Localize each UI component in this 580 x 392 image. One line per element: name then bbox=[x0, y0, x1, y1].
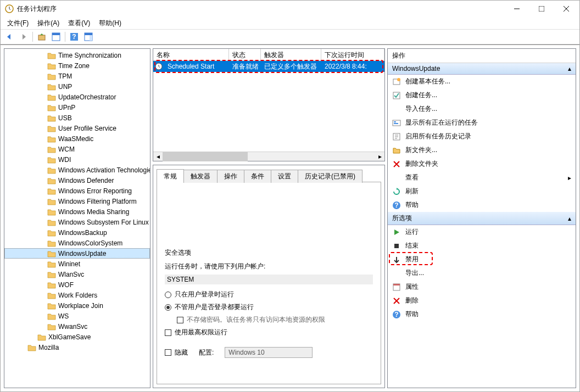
tree-item[interactable]: WCM bbox=[4, 144, 150, 154]
action-new-folder[interactable]: 新文件夹... bbox=[388, 143, 576, 157]
tree-item[interactable]: WwanSvc bbox=[4, 321, 150, 332]
tab-actions[interactable]: 操作 bbox=[217, 170, 244, 183]
action-help[interactable]: ?帮助 bbox=[388, 198, 576, 212]
account-value: SYSTEM bbox=[165, 275, 373, 284]
svg-rect-15 bbox=[394, 121, 396, 122]
action-delete[interactable]: 删除 bbox=[388, 294, 576, 307]
tree-item[interactable]: Windows Media Sharing bbox=[4, 206, 150, 217]
tree-item[interactable]: WindowsBackup bbox=[4, 227, 150, 238]
panel-button-2[interactable] bbox=[82, 31, 95, 43]
action-create-basic[interactable]: 创建基本任务... bbox=[388, 75, 576, 88]
radio-anylogin[interactable] bbox=[165, 304, 171, 311]
panel-button-1[interactable] bbox=[49, 31, 63, 43]
action-properties[interactable]: 属性 bbox=[388, 280, 576, 294]
chk-hidden[interactable] bbox=[165, 349, 171, 356]
minimize-button[interactable] bbox=[504, 1, 529, 17]
svg-text:?: ? bbox=[72, 33, 76, 41]
svg-rect-16 bbox=[394, 123, 398, 124]
config-combo[interactable]: Windows 10 bbox=[225, 347, 313, 358]
action-end[interactable]: 结束 bbox=[388, 239, 576, 253]
tree-item[interactable]: Windows Error Reporting bbox=[4, 186, 150, 196]
action-disable[interactable]: 禁用 bbox=[388, 253, 576, 266]
action-create-task[interactable]: 创建任务... bbox=[388, 88, 576, 102]
tab-triggers[interactable]: 触发器 bbox=[183, 170, 217, 183]
tree-item[interactable]: TPM bbox=[4, 71, 150, 81]
tree-item[interactable]: WOF bbox=[4, 279, 150, 290]
menu-help[interactable]: 帮助(H) bbox=[94, 18, 126, 29]
tree-item[interactable]: Windows Subsystem For Linux bbox=[4, 217, 150, 227]
help-button[interactable]: ? bbox=[68, 31, 81, 43]
action-help2[interactable]: ?帮助 bbox=[388, 307, 576, 321]
tree-item[interactable]: Windows Filtering Platform bbox=[4, 196, 150, 206]
action-section-folder[interactable]: WindowsUpdate ▴ bbox=[388, 63, 576, 75]
tab-general[interactable]: 常规 bbox=[157, 169, 184, 182]
menu-file[interactable]: 文件(F) bbox=[3, 18, 33, 29]
tab-body[interactable]: 安全选项 运行任务时，请使用下列用户帐户: SYSTEM 只在用户登录时运行 不… bbox=[157, 182, 381, 384]
task-row[interactable]: Scheduled Start 准备就绪 已定义多个触发器 2022/3/8 8… bbox=[153, 61, 384, 72]
tree-item[interactable]: UPnP bbox=[4, 102, 150, 113]
tree-item[interactable]: Work Folders bbox=[4, 290, 150, 300]
close-button[interactable] bbox=[554, 1, 578, 17]
tree-item-label: WindowsBackup bbox=[58, 229, 107, 237]
tree-item[interactable]: Workplace Join bbox=[4, 300, 150, 311]
tree-pane[interactable]: Time SynchronizationTime ZoneTPMUNPUpdat… bbox=[4, 48, 150, 388]
action-import[interactable]: 导入任务... bbox=[388, 102, 576, 116]
tab-history[interactable]: 历史记录(已禁用) bbox=[298, 170, 362, 183]
tree-item[interactable]: User Profile Service bbox=[4, 123, 150, 133]
tree-item[interactable]: WindowsUpdate bbox=[4, 248, 150, 259]
chk-nostore[interactable] bbox=[177, 317, 183, 323]
tree-item[interactable]: WDI bbox=[4, 154, 150, 165]
tree-item[interactable]: Windows Defender bbox=[4, 175, 150, 186]
scroll-right-icon[interactable]: ▸ bbox=[375, 152, 384, 161]
folder-icon bbox=[47, 135, 56, 143]
run-as-label: 运行任务时，请使用下列用户帐户: bbox=[165, 262, 373, 271]
tree-item[interactable]: Time Zone bbox=[4, 60, 150, 71]
menu-action[interactable]: 操作(A) bbox=[33, 18, 64, 29]
tree-item-label: USB bbox=[58, 114, 72, 122]
folder-icon bbox=[47, 323, 56, 331]
tree-item[interactable]: Time Synchronization bbox=[4, 50, 150, 60]
action-delete-folder[interactable]: 删除文件夹 bbox=[388, 157, 576, 171]
col-name[interactable]: 名称 bbox=[153, 49, 229, 60]
tree-item[interactable]: UpdateOrchestrator bbox=[4, 92, 150, 102]
tab-conditions[interactable]: 条件 bbox=[244, 170, 271, 183]
tree-item[interactable]: Windows Activation Technologies bbox=[4, 165, 150, 175]
radio-loggedin[interactable] bbox=[165, 292, 171, 298]
chk-highest[interactable] bbox=[165, 329, 171, 336]
action-enable-history[interactable]: 启用所有任务历史记录 bbox=[388, 130, 576, 143]
tree-item-label: Workplace Join bbox=[58, 302, 103, 310]
action-show-running[interactable]: 显示所有正在运行的任务 bbox=[388, 116, 576, 130]
folder-icon bbox=[47, 166, 56, 174]
tree-item[interactable]: USB bbox=[4, 113, 150, 123]
forward-button[interactable] bbox=[17, 31, 30, 43]
col-next[interactable]: 下次运行时间 bbox=[321, 49, 384, 60]
tree-item[interactable]: Wininet bbox=[4, 259, 150, 269]
task-list[interactable]: 名称 状态 触发器 下次运行时间 Scheduled Start 准备就绪 已定… bbox=[153, 48, 385, 161]
folder-icon bbox=[47, 208, 56, 216]
folder-icon bbox=[47, 219, 56, 226]
tree-item[interactable]: WlanSvc bbox=[4, 269, 150, 279]
h-scrollbar[interactable]: ◂ ▸ bbox=[153, 152, 384, 161]
action-section-selected[interactable]: 所选项 ▴ bbox=[388, 212, 576, 225]
tree-item[interactable]: WS bbox=[4, 311, 150, 321]
tab-settings[interactable]: 设置 bbox=[271, 170, 298, 183]
tree-item[interactable]: Mozilla bbox=[4, 342, 150, 352]
help-icon: ? bbox=[392, 310, 401, 319]
col-status[interactable]: 状态 bbox=[229, 49, 261, 60]
tree-item[interactable]: WaaSMedic bbox=[4, 133, 150, 144]
action-export[interactable]: 导出... bbox=[388, 266, 576, 280]
scroll-left-icon[interactable]: ◂ bbox=[153, 152, 163, 161]
action-run[interactable]: 运行 bbox=[388, 225, 576, 239]
action-view[interactable]: 查看▸ bbox=[388, 171, 576, 184]
action-refresh[interactable]: 刷新 bbox=[388, 184, 576, 198]
tree-item[interactable]: WindowsColorSystem bbox=[4, 238, 150, 248]
tree-item[interactable]: UNP bbox=[4, 81, 150, 92]
tree-item[interactable]: XblGameSave bbox=[4, 332, 150, 342]
back-button[interactable] bbox=[3, 31, 16, 43]
col-trigger[interactable]: 触发器 bbox=[261, 49, 321, 60]
collapse-icon: ▴ bbox=[568, 215, 571, 222]
menu-view[interactable]: 查看(V) bbox=[64, 18, 94, 29]
up-button[interactable] bbox=[35, 31, 48, 43]
folder-icon bbox=[47, 187, 56, 195]
maximize-button[interactable] bbox=[529, 1, 554, 17]
